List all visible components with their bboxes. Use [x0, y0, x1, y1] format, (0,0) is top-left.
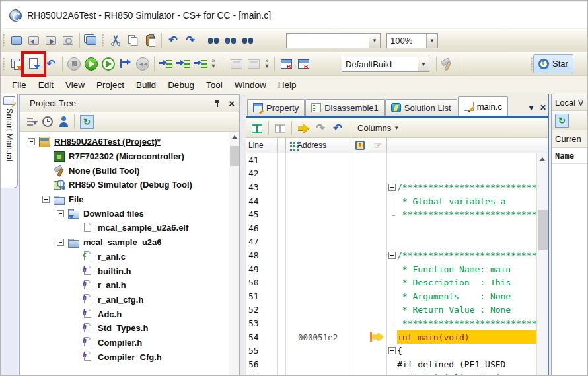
paste-icon[interactable]: [142, 32, 158, 48]
tab-main-c[interactable]: main.c: [458, 96, 508, 116]
address-column-header[interactable]: Address: [286, 138, 351, 153]
toolbar-handle[interactable]: [102, 34, 104, 47]
step-return-icon[interactable]: [192, 56, 208, 72]
code-row[interactable]: 47: [246, 235, 536, 249]
tree-expander[interactable]: [57, 210, 64, 217]
scrollbar-thumb[interactable]: [538, 210, 548, 250]
rebuild-project-icon[interactable]: [295, 56, 311, 72]
stop-icon[interactable]: [66, 56, 82, 72]
mixed-display-icon[interactable]: [248, 120, 266, 136]
fold-minus-icon[interactable]: [388, 347, 396, 354]
redo-icon[interactable]: ↷: [182, 32, 198, 48]
find-icon[interactable]: [205, 32, 221, 48]
breakpoint-cell[interactable]: [351, 167, 369, 181]
code-row[interactable]: 52 * Return Value : None: [246, 303, 536, 317]
menu-window[interactable]: Window: [229, 77, 272, 93]
name-column-header[interactable]: Name: [552, 148, 587, 164]
fold-cell[interactable]: [387, 194, 397, 208]
refresh-button[interactable]: ↻: [80, 115, 94, 129]
menu-help[interactable]: Help: [272, 77, 303, 93]
code-text[interactable]: * Function Name: main: [397, 262, 536, 276]
code-text[interactable]: * Global variables a: [397, 194, 536, 208]
chevron-down-icon[interactable]: ▼: [418, 57, 429, 71]
menu-edit[interactable]: Edit: [32, 77, 59, 93]
toolbar-handle[interactable]: [3, 57, 5, 71]
code-row[interactable]: 41: [246, 153, 536, 167]
breakpoint-cell[interactable]: [351, 303, 369, 317]
menu-tool[interactable]: Tool: [200, 77, 229, 93]
refresh-button[interactable]: ↻: [555, 114, 569, 128]
code-text[interactable]: ***********************************: [397, 317, 536, 330]
code-text[interactable]: #if defined (PE1_USED: [397, 357, 536, 371]
code-row[interactable]: 53 ***********************************: [246, 317, 536, 330]
find-previous-icon[interactable]: ◄: [223, 32, 239, 48]
tab-close-icon[interactable]: ✕: [540, 103, 546, 112]
breakpoint-cell[interactable]: [351, 289, 369, 303]
code-text[interactable]: int main(void): [397, 330, 536, 344]
breakpoint-cell[interactable]: [351, 276, 369, 289]
breakpoint-cell[interactable]: [351, 248, 369, 262]
breakpoint-cell[interactable]: [351, 221, 369, 235]
breakpoint-column-header[interactable]: !: [351, 138, 369, 153]
tree-expander[interactable]: [28, 138, 35, 145]
code-row[interactable]: 43 /***********************************: [246, 180, 536, 194]
menu-project[interactable]: Project: [91, 77, 130, 93]
breakpoint-cell[interactable]: [351, 262, 369, 276]
build-project-icon[interactable]: [278, 56, 294, 72]
pin-icon[interactable]: [213, 100, 221, 108]
tree-item[interactable]: h Std_Types.h: [20, 321, 229, 336]
fold-cell[interactable]: [387, 262, 397, 276]
fold-cell[interactable]: [387, 235, 397, 249]
code-column-header[interactable]: [387, 138, 536, 153]
code-text[interactable]: {: [397, 344, 536, 357]
cut-icon[interactable]: [108, 32, 124, 48]
breakpoint-cell[interactable]: [351, 180, 369, 194]
fold-cell[interactable]: [387, 357, 397, 371]
pc-column-header[interactable]: ☞: [369, 138, 387, 153]
tree-item[interactable]: h Compiler.h: [20, 336, 229, 350]
fold-cell[interactable]: [387, 330, 397, 344]
fold-minus-icon[interactable]: [388, 252, 396, 259]
undo-icon[interactable]: ↶: [165, 32, 181, 48]
find-window-icon[interactable]: [60, 32, 76, 48]
code-row[interactable]: 51 * Arguments : None: [246, 289, 536, 303]
code-row[interactable]: 46: [246, 221, 536, 235]
code-text[interactable]: /***********************************: [397, 248, 536, 262]
tab-disassemble1[interactable]: Disassemble1: [305, 99, 385, 116]
tree-item[interactable]: h Compiler_Cfg.h: [20, 350, 229, 364]
active-window-icon[interactable]: [9, 32, 24, 48]
tree-item[interactable]: mcal_sample_u2a6: [20, 235, 229, 250]
chevron-down-icon[interactable]: ▼: [426, 34, 437, 48]
tree-item[interactable]: h r_anl.h: [20, 278, 229, 293]
scrollbar-thumb[interactable]: [230, 146, 239, 166]
disabled-tool-icon-2[interactable]: [246, 56, 262, 72]
disassemble-view-icon[interactable]: [272, 120, 289, 136]
toolbar-overflow-icon[interactable]: »▼: [262, 59, 272, 68]
sort-icon[interactable]: [24, 114, 40, 129]
breakpoint-cell[interactable]: [351, 330, 369, 344]
tree-item[interactable]: R7F702302 (Microcontroller): [20, 149, 229, 164]
tab-list-chevron-icon[interactable]: ▾: [529, 103, 533, 112]
close-icon[interactable]: ×: [229, 98, 235, 108]
code-row[interactable]: 55 {: [246, 344, 536, 357]
tree-item[interactable]: c r_anl.c: [20, 250, 229, 264]
zoom-combobox[interactable]: 100% ▼: [386, 33, 438, 48]
tree-item[interactable]: File: [20, 192, 229, 207]
code-text[interactable]: ***********************************: [397, 207, 536, 221]
tree-item[interactable]: None (Build Tool): [20, 163, 229, 178]
download-file-icon[interactable]: [26, 56, 42, 72]
back-history-icon[interactable]: ↶: [329, 120, 346, 136]
fold-cell[interactable]: [387, 317, 397, 330]
code-row[interactable]: 54 000051e2 int main(void): [246, 330, 536, 344]
tree-expander[interactable]: [42, 196, 50, 203]
current-pe-selector[interactable]: Curren: [552, 130, 587, 148]
code-row[interactable]: 45 ***********************************: [246, 207, 536, 221]
code-row[interactable]: 57 /* Initialize Peri: [246, 371, 536, 376]
start-button[interactable]: Star: [533, 54, 573, 73]
breakpoint-cell[interactable]: [351, 357, 369, 371]
menu-view[interactable]: View: [59, 77, 91, 93]
fold-cell[interactable]: [387, 221, 397, 235]
tree-item[interactable]: mcal_sample_u2a6.elf: [20, 221, 229, 235]
breakpoint-cell[interactable]: [351, 207, 369, 221]
editor-scrollbar[interactable]: [536, 153, 548, 376]
